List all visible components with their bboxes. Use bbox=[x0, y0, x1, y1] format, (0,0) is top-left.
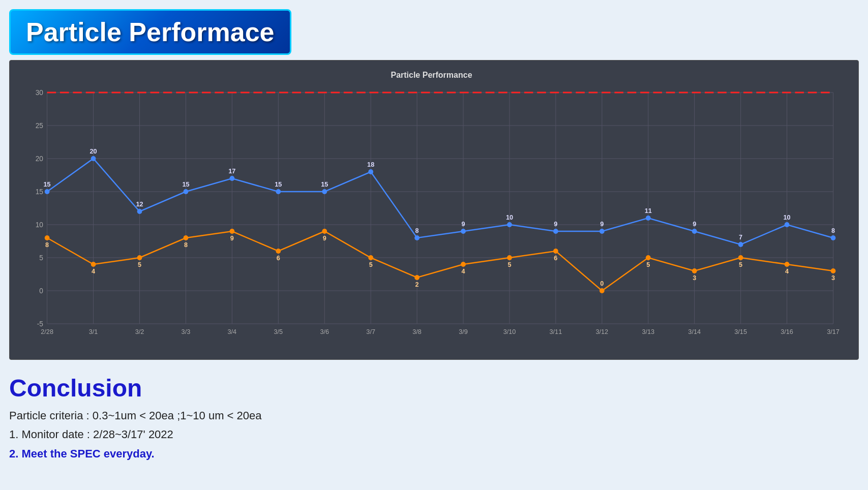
svg-text:20: 20 bbox=[90, 147, 97, 155]
svg-text:9: 9 bbox=[230, 234, 234, 242]
conclusion-section: Conclusion Particle criteria : 0.3~1um <… bbox=[9, 369, 859, 463]
svg-point-184 bbox=[831, 268, 836, 273]
svg-text:8: 8 bbox=[45, 241, 49, 249]
svg-point-124 bbox=[276, 189, 281, 194]
svg-text:10: 10 bbox=[36, 221, 43, 229]
svg-text:3: 3 bbox=[831, 274, 835, 282]
svg-text:4: 4 bbox=[785, 267, 789, 275]
svg-text:15: 15 bbox=[44, 180, 51, 188]
svg-point-136 bbox=[553, 229, 558, 234]
svg-text:5: 5 bbox=[138, 261, 141, 268]
svg-text:11: 11 bbox=[645, 207, 652, 215]
svg-point-126 bbox=[322, 189, 327, 194]
svg-point-134 bbox=[507, 222, 512, 227]
svg-point-116 bbox=[91, 156, 96, 161]
svg-text:-5: -5 bbox=[37, 320, 43, 328]
svg-point-144 bbox=[738, 242, 743, 247]
svg-text:3/12: 3/12 bbox=[596, 328, 609, 335]
svg-point-166 bbox=[414, 275, 420, 280]
svg-point-168 bbox=[461, 262, 466, 267]
svg-text:3/10: 3/10 bbox=[503, 328, 516, 335]
svg-point-132 bbox=[461, 229, 466, 234]
svg-text:3/9: 3/9 bbox=[459, 328, 468, 335]
svg-text:5: 5 bbox=[739, 261, 742, 268]
svg-text:3/13: 3/13 bbox=[642, 328, 654, 335]
svg-text:8: 8 bbox=[415, 227, 419, 234]
svg-text:5: 5 bbox=[39, 254, 43, 262]
svg-text:25: 25 bbox=[36, 121, 43, 130]
svg-text:3/14: 3/14 bbox=[688, 328, 701, 335]
svg-text:3: 3 bbox=[693, 274, 696, 282]
conclusion-body: Particle criteria : 0.3~1um < 20ea ;1~10… bbox=[9, 406, 859, 463]
conclusion-line-2: 2. Meet the SPEC everyday. bbox=[9, 444, 859, 463]
chart-container: Particle Performance -50510152025302/283… bbox=[9, 60, 859, 360]
svg-text:0: 0 bbox=[39, 287, 43, 295]
svg-text:9: 9 bbox=[554, 220, 557, 228]
svg-text:9: 9 bbox=[693, 220, 696, 228]
svg-text:12: 12 bbox=[136, 200, 143, 208]
svg-text:0: 0 bbox=[600, 280, 604, 287]
svg-text:3/8: 3/8 bbox=[412, 328, 422, 335]
svg-point-130 bbox=[414, 235, 420, 240]
svg-point-172 bbox=[553, 249, 558, 254]
svg-text:3/16: 3/16 bbox=[781, 328, 793, 335]
header-banner: Particle Performace bbox=[9, 9, 291, 55]
svg-text:2/28: 2/28 bbox=[41, 328, 53, 335]
svg-text:8: 8 bbox=[831, 227, 835, 234]
svg-point-174 bbox=[600, 288, 605, 293]
svg-text:3/1: 3/1 bbox=[89, 328, 98, 335]
chart-title: Particle Performance bbox=[20, 71, 843, 80]
svg-text:15: 15 bbox=[36, 188, 43, 196]
svg-text:6: 6 bbox=[554, 254, 557, 262]
svg-point-178 bbox=[692, 268, 697, 273]
svg-text:3/15: 3/15 bbox=[734, 328, 747, 335]
svg-point-162 bbox=[322, 229, 327, 234]
svg-point-180 bbox=[738, 255, 743, 260]
svg-text:6: 6 bbox=[277, 254, 280, 262]
svg-point-142 bbox=[692, 229, 697, 234]
svg-text:5: 5 bbox=[507, 261, 511, 268]
svg-text:8: 8 bbox=[184, 241, 188, 249]
svg-point-140 bbox=[646, 216, 651, 221]
conclusion-line-0: Particle criteria : 0.3~1um < 20ea ;1~10… bbox=[9, 406, 859, 425]
svg-text:3/3: 3/3 bbox=[182, 328, 191, 335]
svg-point-148 bbox=[831, 235, 836, 240]
svg-point-152 bbox=[91, 262, 96, 267]
svg-text:15: 15 bbox=[321, 180, 328, 188]
svg-point-156 bbox=[184, 235, 189, 240]
svg-text:2: 2 bbox=[415, 281, 419, 288]
svg-point-154 bbox=[137, 255, 142, 260]
svg-text:5: 5 bbox=[646, 261, 650, 268]
svg-point-138 bbox=[600, 229, 605, 234]
svg-text:3/11: 3/11 bbox=[550, 328, 562, 335]
svg-text:30: 30 bbox=[36, 88, 43, 97]
svg-point-176 bbox=[646, 255, 651, 260]
svg-point-120 bbox=[184, 189, 189, 194]
conclusion-line-1: 1. Monitor date : 2/28~3/17' 2022 bbox=[9, 425, 859, 444]
svg-text:3/7: 3/7 bbox=[366, 328, 375, 335]
svg-text:10: 10 bbox=[506, 213, 513, 221]
svg-text:3/5: 3/5 bbox=[274, 328, 283, 335]
svg-text:10: 10 bbox=[784, 213, 791, 221]
chart-svg: -50510152025302/283/13/23/33/43/53/63/73… bbox=[20, 85, 843, 349]
svg-text:4: 4 bbox=[92, 267, 96, 275]
svg-text:4: 4 bbox=[462, 267, 466, 275]
svg-text:15: 15 bbox=[182, 180, 189, 188]
svg-text:3/4: 3/4 bbox=[228, 328, 237, 335]
svg-point-146 bbox=[785, 222, 790, 227]
svg-text:20: 20 bbox=[36, 155, 43, 163]
svg-text:5: 5 bbox=[369, 261, 373, 268]
svg-text:9: 9 bbox=[462, 220, 465, 228]
svg-point-128 bbox=[368, 169, 373, 174]
conclusion-title: Conclusion bbox=[9, 374, 859, 402]
svg-point-114 bbox=[45, 189, 50, 194]
svg-text:15: 15 bbox=[275, 180, 282, 188]
svg-text:3/2: 3/2 bbox=[135, 328, 144, 335]
svg-point-182 bbox=[785, 262, 790, 267]
svg-text:9: 9 bbox=[600, 220, 604, 228]
svg-text:17: 17 bbox=[228, 167, 235, 175]
svg-point-158 bbox=[229, 229, 234, 234]
svg-point-164 bbox=[368, 255, 373, 260]
svg-point-170 bbox=[507, 255, 512, 260]
svg-text:18: 18 bbox=[367, 161, 374, 168]
